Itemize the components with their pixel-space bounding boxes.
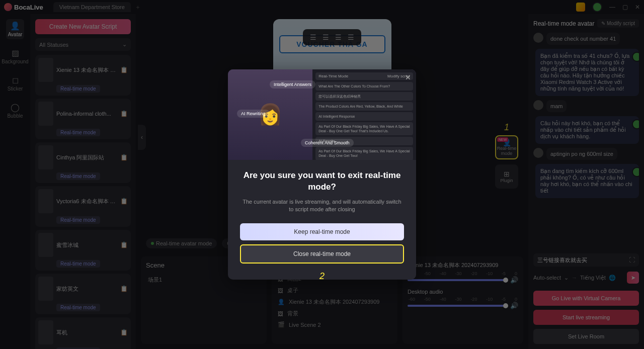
hero-feed-msg: AI Intelligent Response (315, 112, 413, 121)
modal-backdrop: ✕ Intelligent Answers AI Rewriting Coher… (0, 0, 644, 349)
modal-subtitle: The current avatar is live streaming, an… (240, 198, 404, 214)
pill-intelligent: Intelligent Answers (270, 80, 315, 89)
hero-feed-msg: 您可以选择深蓝色或神秘黑 (315, 92, 413, 101)
modal-close-button[interactable]: ✕ (405, 73, 411, 81)
modal-hero: Intelligent Answers AI Rewriting Coheren… (228, 69, 416, 160)
exit-realtime-modal: ✕ Intelligent Answers AI Rewriting Coher… (228, 69, 416, 280)
close-realtime-button[interactable]: Close real-time mode (240, 244, 404, 264)
hero-feed-msg: What Are The Other Colors To Choose From… (315, 82, 413, 91)
keep-realtime-button[interactable]: Keep real-time mode (240, 223, 404, 240)
hero-feed-msg: As Part Of Our Black Friday Big Sales, W… (315, 122, 413, 135)
hero-feed-msg: As Part Of Our Black Friday Big Sales, W… (315, 147, 413, 159)
modal-title: Are you sure you want to exit real-time … (240, 170, 404, 193)
hero-feed-msg: The Product Colors Are Red, Yellow, Blac… (315, 102, 413, 111)
pill-coherent: Coherent And Smooth (301, 139, 354, 147)
pill-rewriting: AI Rewriting (237, 110, 270, 118)
annotation-2: 2 (319, 271, 325, 280)
